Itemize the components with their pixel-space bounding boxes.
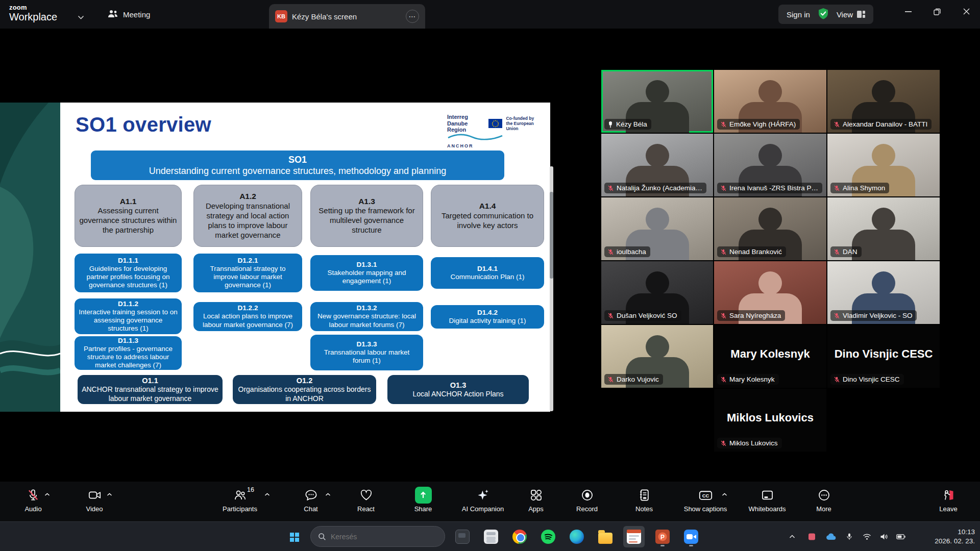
taskbar-app-file-explorer[interactable] [595,526,616,547]
close-button[interactable] [954,0,978,23]
eu-flag-icon [488,119,502,128]
powerpoint-icon: P [655,530,670,544]
participants-button[interactable]: 16 Participants [207,482,273,521]
participant-tile[interactable]: Darko Vujovic [601,325,713,388]
participants-icon [107,9,118,20]
onedrive-icon[interactable] [826,533,836,540]
start-button[interactable] [284,527,305,548]
microphone-muted-icon [607,312,614,319]
participant-name-label: Alexandar Danailov - BATTI [830,119,932,130]
chevron-up-icon[interactable] [722,493,727,496]
participant-big-name: Mary Kolesnyk [714,347,826,361]
participant-big-name: Dino Visnjic CESC [827,347,940,361]
participant-tile[interactable]: Vladimir Veljkovic - SO [827,261,940,324]
powerpoint-document-icon [627,530,641,544]
chevron-up-icon[interactable] [107,493,112,496]
participant-tile[interactable]: Kézy Béla [601,70,713,133]
participant-name-label: Irena Ivanuš -ZRS Bistra P… [717,183,822,193]
apps-icon [529,486,543,504]
sign-in-button[interactable]: Sign in [787,10,810,19]
taskbar-clock[interactable]: 10:13 2026. 02. 23. [935,527,975,545]
wifi-icon[interactable] [863,533,871,540]
participant-tile[interactable]: DAN [827,197,940,260]
more-icon [817,486,831,504]
captions-icon: CC [698,486,713,504]
participant-tile[interactable]: ioulbacha [601,197,713,260]
show-captions-button[interactable]: CC Show captions [672,482,739,521]
tab-meeting[interactable]: Meeting [107,0,150,29]
participant-tile[interactable]: Miklos Lukovics Miklos Lukovics [714,389,826,452]
participant-name-label: Emőke Vigh (HÁRFA) [717,119,800,130]
slide-teal-wave-decoration [0,103,60,412]
search-input[interactable] [331,533,428,541]
video-camera-icon [88,486,102,504]
clock-time: 10:13 [935,527,975,536]
title-bar: zoom Workplace Meeting KB Kézy Béla's sc… [0,0,980,29]
taskbar-app-calculator[interactable] [480,526,502,547]
security-shield-icon[interactable] [818,8,829,21]
participants-count-badge: 16 [247,486,254,493]
participant-name-label: Darko Vujovic [604,374,663,385]
participant-tile[interactable]: Mary Kolesnyk Mary Kolesnyk [714,325,826,388]
microphone-muted-icon [720,248,727,256]
microphone-muted-icon [720,312,727,319]
microphone-muted-icon [607,185,614,192]
record-button[interactable]: Record [554,482,620,521]
chevron-up-icon[interactable] [264,493,270,496]
scrollbar-thumb[interactable] [550,192,553,279]
taskbar-app-monitor[interactable] [452,526,473,547]
tray-red-app-icon[interactable] [808,533,815,540]
taskbar-app-zoom[interactable] [680,526,702,547]
spotify-icon [541,530,555,544]
view-layout-icon [857,11,865,18]
participant-name-label: Nenad Branković [717,246,786,257]
participant-tile[interactable]: Alexandar Danailov - BATTI [827,70,940,133]
hidden-icons-chevron-icon[interactable] [789,535,795,539]
audio-button[interactable]: Audio [0,482,66,521]
participant-name-label: Vladimir Veljkovic - SO [830,310,917,321]
participant-tile[interactable]: Nenad Branković [714,197,826,260]
interreg-logo-text: Interreg Danube Region [447,114,485,133]
more-button[interactable]: More [791,482,857,521]
taskbar-app-edge[interactable] [566,526,587,547]
share-button[interactable]: Share [390,482,456,521]
chat-icon [304,486,318,504]
volume-icon[interactable] [880,533,888,540]
chevron-up-icon[interactable] [325,493,331,496]
participant-tile[interactable]: Dino Visnjic CESC Dino Visnjic CESC [827,325,940,388]
restore-button[interactable] [925,0,949,23]
taskbar-app-chrome[interactable] [509,526,530,547]
share-view-scrollbar[interactable] [550,166,553,411]
tab-shared-screen-label: Kézy Béla's screen [292,12,401,21]
minimize-button[interactable] [896,0,920,23]
zoom-workplace-logo: zoom Workplace [9,4,57,23]
tab-options-ellipsis-icon[interactable]: ⋯ [406,10,419,23]
participant-tile[interactable]: Alina Shymon [827,134,940,196]
deliverable-box: D1.3.2New governance structure: local la… [310,302,423,331]
taskbar-search[interactable] [310,526,445,547]
tray-microphone-icon[interactable] [846,533,852,540]
taskbar-app-powerpoint-document[interactable] [623,526,645,547]
participant-tile[interactable]: Emőke Vigh (HÁRFA) [714,70,826,133]
microphone-muted-icon [834,121,840,128]
chevron-up-icon[interactable] [44,493,50,496]
deliverable-box: D1.1.3Partner profiles - governance stru… [75,336,182,370]
participant-tile[interactable]: Irena Ivanuš -ZRS Bistra P… [714,134,826,196]
battery-icon[interactable] [896,534,905,539]
participant-name-label: Alina Shymon [830,183,889,193]
notes-button[interactable]: Notes [611,482,677,521]
participant-tile[interactable]: Natalija Žunko (Academia… [601,134,713,196]
workspace-menu-chevron-icon[interactable] [78,12,84,21]
taskbar-app-spotify[interactable] [537,526,559,547]
participant-name-label: Dino Visnjic CESC [830,374,904,385]
view-button[interactable]: View [837,10,865,19]
deliverable-box: D1.1.2Interactive training session to on… [75,298,182,334]
participant-tile[interactable]: Dušan Veljković SO [601,261,713,324]
leave-button[interactable]: Leave [915,482,980,521]
participant-tile[interactable]: Sara Nyíregháza [714,261,826,324]
zoom-app-icon [684,530,698,544]
taskbar-app-powerpoint[interactable]: P [652,526,673,547]
tab-shared-screen[interactable]: KB Kézy Béla's screen ⋯ [269,4,425,29]
react-button[interactable]: React [333,482,399,521]
video-button[interactable]: Video [61,482,128,521]
